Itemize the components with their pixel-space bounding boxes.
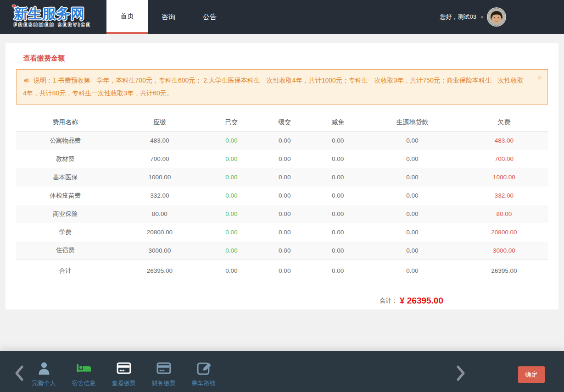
table-cell: 教材费 xyxy=(16,150,114,168)
table-cell: 0.00 xyxy=(205,205,258,223)
logo-subtitle: FRESHMEN SERVICE xyxy=(14,22,106,28)
table-cell: 0.00 xyxy=(205,187,258,205)
table-cell: 体检疫苗费 xyxy=(16,187,114,205)
notice-banner: 说明：1.书费预收第一学年，本科生700元，专科生600元； 2.大学生医保本科… xyxy=(16,69,548,105)
heart-icon: ♥ xyxy=(12,3,16,10)
table-cell: 0.00 xyxy=(364,187,460,205)
nav-profile[interactable]: 完善个人 xyxy=(24,359,64,387)
table-cell: 基本医保 xyxy=(16,168,114,187)
logo-title: 新生服务网 xyxy=(14,7,106,21)
nav-label: 查看缴费 xyxy=(112,379,136,387)
speaker-icon xyxy=(23,78,32,85)
table-cell: 0.00 xyxy=(205,223,258,242)
table-cell: 商业保险 xyxy=(16,205,114,223)
tab-notice[interactable]: 公告 xyxy=(189,0,230,34)
table-cell: 0.00 xyxy=(258,205,311,223)
fees-table: 费用名称应缴已交缓交减免生源地贷款欠费 公寓物品费483.000.000.000… xyxy=(16,113,548,282)
table-cell: 700.00 xyxy=(114,150,205,168)
column-header: 缓交 xyxy=(258,113,311,132)
table-cell: 483.00 xyxy=(114,132,205,150)
table-cell: 0.00 xyxy=(364,168,460,187)
table-cell: 0.00 xyxy=(258,168,311,187)
table-cell: 学费 xyxy=(16,223,114,242)
payment-card: 查看缴费金额 说明：1.书费预收第一学年，本科生700元，专科生600元； 2.… xyxy=(6,43,558,309)
header: ♥ 新生服务网 FRESHMEN SERVICE 首页咨询公告 您好，测试03 … xyxy=(0,0,564,34)
column-header: 已交 xyxy=(205,113,258,132)
table-cell: 80.00 xyxy=(114,205,205,223)
nav-label: 乘车路线 xyxy=(192,379,216,387)
nav-bus-route[interactable]: 乘车路线 xyxy=(184,359,223,387)
tab-consult[interactable]: 咨询 xyxy=(148,0,189,34)
table-cell: 0.00 xyxy=(311,168,364,187)
table-cell: 0.00 xyxy=(364,242,460,260)
user-avatar[interactable] xyxy=(488,8,505,26)
table-cell: 0.00 xyxy=(364,223,460,242)
user-greeting: 您好，测试03 xyxy=(440,13,476,21)
grand-total-amount: ¥ 26395.00 xyxy=(400,296,443,305)
table-cell: 公寓物品费 xyxy=(16,132,114,150)
header-tabs: 首页咨询公告 xyxy=(106,0,230,34)
credit-card-icon xyxy=(156,359,172,377)
table-cell: 700.00 xyxy=(460,150,548,168)
table-row: 学费20800.000.000.000.000.0020800.00 xyxy=(16,223,548,242)
nav-view-payment[interactable]: 查看缴费 xyxy=(104,359,144,387)
table-cell: 0.00 xyxy=(364,260,460,282)
table-cell: 1000.00 xyxy=(114,168,205,187)
table-cell: 0.00 xyxy=(311,242,364,260)
table-cell: 0.00 xyxy=(258,223,311,242)
confirm-button[interactable]: 确定 xyxy=(518,366,545,383)
table-cell: 0.00 xyxy=(258,132,311,150)
nav-dorm-info[interactable]: 宿舍信息 xyxy=(64,359,104,387)
nav-label: 财务缴费 xyxy=(152,379,176,387)
table-row: 基本医保1000.000.000.000.000.001000.00 xyxy=(16,168,548,187)
nav-label: 宿舍信息 xyxy=(72,379,96,387)
table-cell: 0.00 xyxy=(311,260,364,282)
column-header: 应缴 xyxy=(114,113,205,132)
table-cell: 332.00 xyxy=(460,187,548,205)
total-row: 合计26395.000.000.000.000.0026395.00 xyxy=(16,260,548,282)
footer-nav: 完善个人宿舍信息查看缴费财务缴费乘车路线 xyxy=(24,359,223,387)
app-logo[interactable]: ♥ 新生服务网 FRESHMEN SERVICE xyxy=(0,0,106,34)
chevron-right-icon[interactable] xyxy=(454,364,467,384)
bed-icon xyxy=(75,359,93,377)
table-cell: 0.00 xyxy=(205,242,258,260)
user-menu[interactable]: 您好，测试03 ▼ xyxy=(440,0,505,34)
table-cell: 0.00 xyxy=(311,187,364,205)
table-cell: 1000.00 xyxy=(460,168,548,187)
table-cell: 26395.00 xyxy=(114,260,205,282)
table-cell: 332.00 xyxy=(114,187,205,205)
table-cell: 0.00 xyxy=(311,150,364,168)
close-icon[interactable]: × xyxy=(537,74,542,82)
table-body: 公寓物品费483.000.000.000.000.00483.00教材费700.… xyxy=(16,132,548,282)
nav-finance-payment[interactable]: 财务缴费 xyxy=(144,359,184,387)
table-cell: 住宿费 xyxy=(16,242,114,260)
table-cell: 20800.00 xyxy=(460,223,548,242)
table-cell: 0.00 xyxy=(258,242,311,260)
table-cell: 0.00 xyxy=(258,187,311,205)
table-cell: 0.00 xyxy=(205,132,258,150)
grand-total: 合计： ¥ 26395.00 xyxy=(16,296,548,306)
table-cell: 3000.00 xyxy=(114,242,205,260)
tab-home[interactable]: 首页 xyxy=(106,0,148,34)
table-cell: 26395.00 xyxy=(460,260,548,282)
table-cell: 80.00 xyxy=(460,205,548,223)
grand-total-label: 合计： xyxy=(380,297,397,304)
nav-label: 完善个人 xyxy=(32,379,56,387)
user-icon xyxy=(36,359,52,377)
table-cell: 0.00 xyxy=(258,150,311,168)
table-row: 住宿费3000.000.000.000.000.003000.00 xyxy=(16,242,548,260)
chevron-down-icon: ▼ xyxy=(480,15,484,20)
column-header: 生源地贷款 xyxy=(364,113,460,132)
edit-square-icon xyxy=(196,359,212,377)
column-header: 欠费 xyxy=(460,113,548,132)
credit-card-icon xyxy=(116,359,132,377)
column-header: 减免 xyxy=(311,113,364,132)
table-cell: 0.00 xyxy=(205,150,258,168)
table-cell: 0.00 xyxy=(364,150,460,168)
table-cell: 483.00 xyxy=(460,132,548,150)
table-cell: 0.00 xyxy=(311,205,364,223)
table-cell: 0.00 xyxy=(205,168,258,187)
page-title: 查看缴费金额 xyxy=(16,54,548,63)
table-cell: 0.00 xyxy=(258,260,311,282)
table-cell: 0.00 xyxy=(311,223,364,242)
